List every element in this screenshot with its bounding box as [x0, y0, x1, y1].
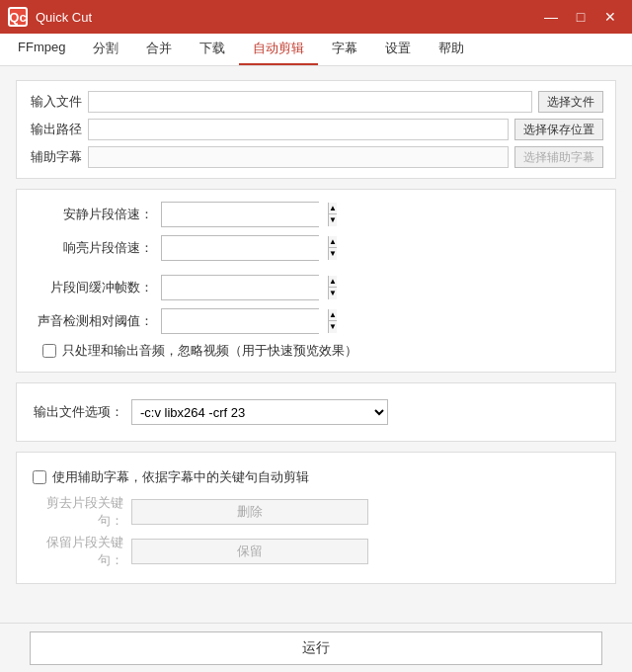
- buffer-frames-label: 片段间缓冲帧数：: [33, 279, 161, 296]
- app-icon: Qc: [8, 7, 28, 27]
- output-path-label: 输出路径: [29, 121, 88, 138]
- menu-item-settings[interactable]: 设置: [371, 34, 425, 65]
- menu-item-split[interactable]: 分割: [79, 34, 132, 65]
- loud-speed-spinner: ▲ ▼: [328, 236, 337, 260]
- run-button[interactable]: 运行: [30, 631, 602, 665]
- output-options-section: 输出文件选项： -c:v libx264 -crf 23 -c:v libx26…: [16, 382, 616, 442]
- silent-speed-spinbox: 8.00 ▲ ▼: [161, 202, 319, 227]
- buffer-frames-input[interactable]: 3: [162, 276, 328, 299]
- audio-threshold-up[interactable]: ▲: [329, 309, 337, 321]
- select-subtitle-button[interactable]: 选择辅助字幕: [514, 146, 603, 168]
- use-subtitle-row: 使用辅助字幕，依据字幕中的关键句自动剪辑: [33, 468, 599, 486]
- loud-speed-down[interactable]: ▼: [329, 248, 337, 260]
- cut-keyword-button: 删除: [131, 499, 368, 525]
- buffer-frames-down[interactable]: ▼: [329, 288, 337, 299]
- output-path-row: 输出路径 选择保存位置: [29, 119, 603, 140]
- input-file-row: 输入文件 选择文件: [29, 91, 603, 113]
- menu-item-download[interactable]: 下载: [186, 34, 239, 65]
- audio-only-label: 只处理和输出音频，忽略视频（用于快速预览效果）: [62, 342, 357, 360]
- output-path-field[interactable]: [88, 119, 509, 140]
- buffer-frames-spinner: ▲ ▼: [328, 276, 337, 299]
- audio-threshold-label: 声音检测相对阈值：: [33, 312, 161, 330]
- select-save-path-button[interactable]: 选择保存位置: [514, 119, 603, 140]
- keywords-section: 使用辅助字幕，依据字幕中的关键句自动剪辑 剪去片段关键句： 删除 保留片段关键句…: [16, 452, 616, 584]
- buffer-frames-up[interactable]: ▲: [329, 276, 337, 288]
- silent-speed-label: 安静片段倍速：: [33, 206, 161, 223]
- use-subtitle-label: 使用辅助字幕，依据字幕中的关键句自动剪辑: [52, 468, 309, 486]
- use-subtitle-checkbox[interactable]: [33, 470, 46, 484]
- menu-item-ffmpeg[interactable]: FFmpeg: [4, 34, 79, 65]
- loud-speed-label: 响亮片段倍速：: [33, 239, 161, 257]
- file-inputs-section: 输入文件 选择文件 输出路径 选择保存位置 辅助字幕 选择辅助字幕: [16, 80, 616, 179]
- parameters-section: 安静片段倍速： 8.00 ▲ ▼ 响亮片段倍速： 1.00 ▲ ▼: [16, 189, 616, 373]
- subtitle-row: 辅助字幕 选择辅助字幕: [29, 146, 603, 168]
- menu-item-merge[interactable]: 合并: [132, 34, 186, 65]
- buffer-frames-row: 片段间缓冲帧数： 3 ▲ ▼: [33, 275, 599, 300]
- menu-bar: FFmpeg 分割 合并 下载 自动剪辑 字幕 设置 帮助: [0, 34, 632, 66]
- silent-speed-row: 安静片段倍速： 8.00 ▲ ▼: [33, 202, 599, 227]
- main-content: 输入文件 选择文件 输出路径 选择保存位置 辅助字幕 选择辅助字幕 安静片段倍速…: [0, 66, 632, 672]
- run-bar: 运行: [0, 623, 632, 672]
- keep-keyword-row: 保留片段关键句： 保留: [33, 534, 599, 569]
- keep-keyword-label: 保留片段关键句：: [33, 534, 131, 569]
- keep-keyword-button: 保留: [131, 539, 368, 564]
- audio-threshold-spinbox: 0.025 ▲ ▼: [161, 308, 319, 334]
- audio-only-checkbox[interactable]: [42, 344, 56, 358]
- window-controls: — □ ✕: [537, 6, 624, 28]
- loud-speed-spinbox: 1.00 ▲ ▼: [161, 235, 319, 261]
- audio-threshold-row: 声音检测相对阈值： 0.025 ▲ ▼: [33, 308, 599, 334]
- subtitle-field[interactable]: [88, 146, 509, 168]
- silent-speed-spinner: ▲ ▼: [328, 203, 337, 226]
- maximize-button[interactable]: □: [567, 6, 594, 28]
- close-button[interactable]: ✕: [596, 6, 624, 28]
- silent-speed-down[interactable]: ▼: [329, 214, 337, 226]
- output-options-row: 输出文件选项： -c:v libx264 -crf 23 -c:v libx26…: [33, 399, 599, 425]
- input-file-field[interactable]: [88, 91, 532, 113]
- audio-threshold-input[interactable]: 0.025: [162, 309, 328, 333]
- loud-speed-row: 响亮片段倍速： 1.00 ▲ ▼: [33, 235, 599, 261]
- select-file-button[interactable]: 选择文件: [538, 91, 603, 113]
- menu-item-subtitle[interactable]: 字幕: [318, 34, 371, 65]
- cut-keyword-label: 剪去片段关键句：: [33, 494, 131, 530]
- buffer-frames-spinbox: 3 ▲ ▼: [161, 275, 319, 300]
- title-bar: Qc Quick Cut — □ ✕: [0, 0, 632, 34]
- loud-speed-input[interactable]: 1.00: [162, 236, 328, 260]
- audio-threshold-spinner: ▲ ▼: [328, 309, 337, 333]
- menu-item-help[interactable]: 帮助: [425, 34, 478, 65]
- audio-only-row: 只处理和输出音频，忽略视频（用于快速预览效果）: [33, 342, 599, 360]
- cut-keyword-row: 剪去片段关键句： 删除: [33, 494, 599, 530]
- silent-speed-up[interactable]: ▲: [329, 203, 337, 214]
- loud-speed-up[interactable]: ▲: [329, 236, 337, 248]
- window-title: Quick Cut: [36, 10, 537, 25]
- audio-threshold-down[interactable]: ▼: [329, 321, 337, 333]
- subtitle-label: 辅助字幕: [29, 148, 88, 166]
- minimize-button[interactable]: —: [537, 6, 565, 28]
- input-file-label: 输入文件: [29, 93, 88, 111]
- silent-speed-input[interactable]: 8.00: [162, 203, 328, 226]
- output-options-select[interactable]: -c:v libx264 -crf 23 -c:v libx265 -crf 2…: [131, 399, 388, 425]
- output-options-label: 输出文件选项：: [33, 403, 131, 421]
- menu-item-auto-cut[interactable]: 自动剪辑: [239, 34, 318, 65]
